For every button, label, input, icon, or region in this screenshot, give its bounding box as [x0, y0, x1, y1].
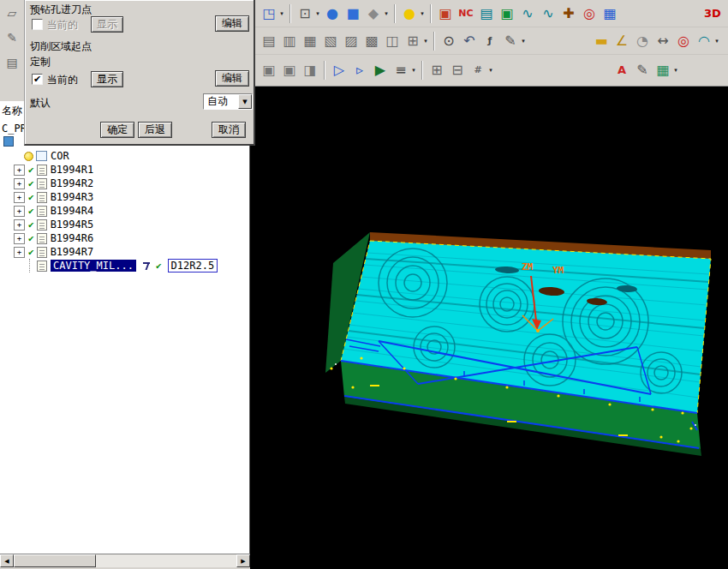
- expand-plus-icon[interactable]: +: [14, 247, 25, 258]
- expand-plus-icon[interactable]: +: [14, 206, 25, 217]
- checkbox-check-icon: ✔: [33, 75, 41, 84]
- operation-navigator-icon[interactable]: ▣: [259, 60, 279, 81]
- radius-measure-icon[interactable]: ◔: [632, 31, 653, 51]
- surface-analysis-icon[interactable]: ◠: [694, 31, 714, 51]
- dropdown-arrow-icon[interactable]: ▾: [277, 3, 286, 24]
- thread-mill-icon[interactable]: ⊞: [403, 31, 423, 51]
- dropdown-arrow-icon[interactable]: ▾: [418, 3, 427, 24]
- tree-row-operation[interactable]: + ✔ B1994R3: [14, 190, 93, 204]
- cancel-button[interactable]: 取消: [212, 122, 246, 138]
- measure-target-icon[interactable]: ◎: [673, 31, 694, 51]
- region-show-button[interactable]: 显示: [91, 71, 123, 87]
- strip-select-icon[interactable]: ▱: [2, 3, 22, 23]
- orbit-arrow-icon[interactable]: ↶: [459, 31, 480, 51]
- note-pencil-icon[interactable]: ✎: [632, 60, 653, 81]
- tree-row-operation[interactable]: + ✔ B1994R2: [14, 177, 93, 190]
- ok-button[interactable]: 确定: [100, 122, 134, 138]
- cavity-mill-icon[interactable]: ▦: [300, 31, 320, 51]
- lightbulb-icon[interactable]: ●: [399, 3, 420, 24]
- program-group-icon[interactable]: ⊞: [427, 60, 447, 81]
- edit-pencil-icon[interactable]: ✎: [500, 31, 521, 51]
- operation-doc-icon: [37, 233, 47, 244]
- strip-sketch-icon[interactable]: ✎: [2, 27, 22, 48]
- shaded-cube-icon[interactable]: ■: [343, 3, 363, 24]
- expand-plus-icon[interactable]: +: [14, 192, 25, 203]
- magnifier-icon[interactable]: ⊙: [439, 31, 459, 51]
- tool-name-value[interactable]: D12R2.5: [168, 259, 218, 273]
- generate-toolpath-icon[interactable]: ▷: [329, 60, 349, 81]
- notebook-icon[interactable]: ▦: [653, 60, 673, 81]
- tree-row-clipped[interactable]: C_PR: [2, 122, 27, 135]
- curve-tool2-icon[interactable]: ∿: [538, 3, 558, 24]
- postprocess-book-icon[interactable]: ▤: [476, 3, 497, 24]
- expand-plus-icon[interactable]: +: [14, 219, 25, 231]
- scroll-right-button[interactable]: ▶: [236, 554, 250, 567]
- predrill-show-button[interactable]: 显示: [91, 16, 123, 33]
- distance-measure-icon[interactable]: ↔: [653, 31, 673, 51]
- tree-row-partial[interactable]: [3, 135, 14, 148]
- region-edit-button[interactable]: 编辑: [215, 70, 249, 87]
- region-current-checkbox[interactable]: ✔: [32, 74, 43, 85]
- csys-icon[interactable]: ✚: [558, 3, 579, 24]
- facet-body-icon[interactable]: ◆: [363, 3, 384, 24]
- strip-layer-icon[interactable]: ▤: [2, 52, 22, 73]
- expand-plus-icon[interactable]: +: [14, 178, 25, 189]
- zlevel-mill-icon[interactable]: ▧: [320, 31, 341, 51]
- 3d-mode-icon[interactable]: 3D: [702, 3, 723, 24]
- dropdown-arrow-icon[interactable]: ▼: [238, 94, 252, 109]
- predrill-current-checkbox[interactable]: [32, 19, 43, 30]
- dropdown-arrow-icon[interactable]: ▾: [519, 31, 528, 51]
- horizontal-scrollbar[interactable]: ◀ ▶: [0, 554, 250, 567]
- tree-row-operation[interactable]: + ✔ B1994R5: [14, 218, 93, 231]
- tree-row-operation[interactable]: + ✔ B1994R4: [14, 204, 93, 218]
- method-group-icon[interactable]: ⊟: [447, 60, 468, 81]
- dropdown-arrow-icon[interactable]: ▾: [486, 60, 495, 81]
- tree-row-selected[interactable]: CAVITY_MIL... ✔ D12R2.5: [29, 259, 218, 273]
- grid-plane-icon[interactable]: ▦: [600, 3, 620, 24]
- tree-row-root[interactable]: COR: [24, 149, 69, 163]
- ruler-icon[interactable]: ▬: [591, 31, 612, 51]
- machining-block-icon[interactable]: ▣: [435, 3, 456, 24]
- scroll-left-button[interactable]: ◀: [0, 554, 14, 567]
- default-mode-dropdown[interactable]: 自动 ▼: [203, 93, 253, 110]
- dropdown-arrow-icon[interactable]: ▾: [409, 60, 418, 81]
- shaded-sphere-icon[interactable]: ●: [322, 3, 343, 24]
- curve-tool-icon[interactable]: ∿: [517, 3, 538, 24]
- planar-mill-icon[interactable]: ▤: [259, 31, 279, 51]
- dropdown-arrow-icon[interactable]: ▾: [382, 3, 391, 24]
- drill-op-icon[interactable]: ◫: [382, 31, 403, 51]
- dropdown-arrow-icon[interactable]: ▾: [671, 60, 680, 81]
- annotation-a-icon[interactable]: A: [612, 60, 632, 81]
- point-target-icon[interactable]: ◎: [579, 3, 600, 24]
- dropdown-arrow-icon[interactable]: ▾: [713, 31, 721, 51]
- dropdown-arrow-icon[interactable]: ▾: [421, 31, 430, 51]
- list-output-icon[interactable]: ≡: [391, 60, 411, 81]
- wireframe-display-icon[interactable]: ◳: [259, 3, 279, 24]
- green-block-icon[interactable]: ▣: [497, 3, 517, 24]
- machine-tool-icon[interactable]: #: [468, 60, 488, 81]
- expand-plus-icon[interactable]: +: [14, 233, 25, 244]
- verify-toolpath-icon[interactable]: ▶: [370, 60, 391, 81]
- tree-row-operation[interactable]: + ✔ B1994R7: [14, 245, 93, 259]
- face-mill-icon[interactable]: ▥: [279, 31, 300, 51]
- back-button[interactable]: 后退: [138, 122, 172, 138]
- selected-operation-label[interactable]: CAVITY_MIL...: [51, 260, 136, 272]
- scrollbar-thumb[interactable]: [14, 554, 96, 567]
- replay-toolpath-icon[interactable]: ▹: [349, 60, 370, 81]
- expression-fx-icon[interactable]: ƒ: [480, 31, 500, 51]
- tree-row-operation[interactable]: + ✔ B1994R6: [14, 231, 93, 245]
- snap-view-icon[interactable]: ⊡: [295, 3, 315, 24]
- scrollbar-track[interactable]: [14, 554, 236, 567]
- status-check-icon: ✔: [28, 233, 34, 244]
- angle-measure-icon[interactable]: ∠: [612, 31, 632, 51]
- tool-view-icon[interactable]: ◨: [300, 60, 320, 81]
- graphics-viewport[interactable]: ZM YM: [250, 86, 728, 569]
- nc-program-icon[interactable]: NC: [456, 3, 476, 24]
- geometry-view-icon[interactable]: ▣: [279, 60, 300, 81]
- expand-plus-icon[interactable]: +: [14, 165, 25, 176]
- dropdown-arrow-icon[interactable]: ▾: [313, 3, 322, 24]
- fixed-contour-icon[interactable]: ▨: [341, 31, 361, 51]
- tree-row-operation[interactable]: + ✔ B1994R1: [14, 163, 93, 177]
- predrill-edit-button[interactable]: 编辑: [215, 15, 249, 32]
- surface-mill-icon[interactable]: ▩: [361, 31, 382, 51]
